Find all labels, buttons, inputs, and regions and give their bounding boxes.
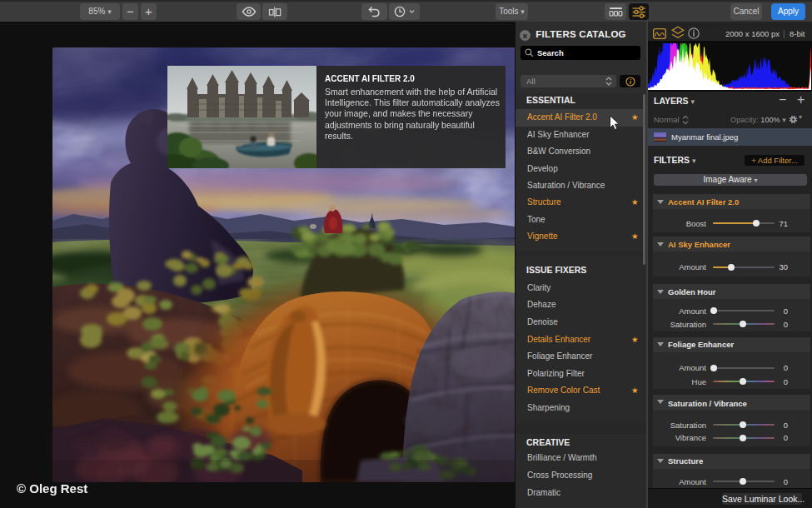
svg-text:i: i [630, 77, 632, 86]
